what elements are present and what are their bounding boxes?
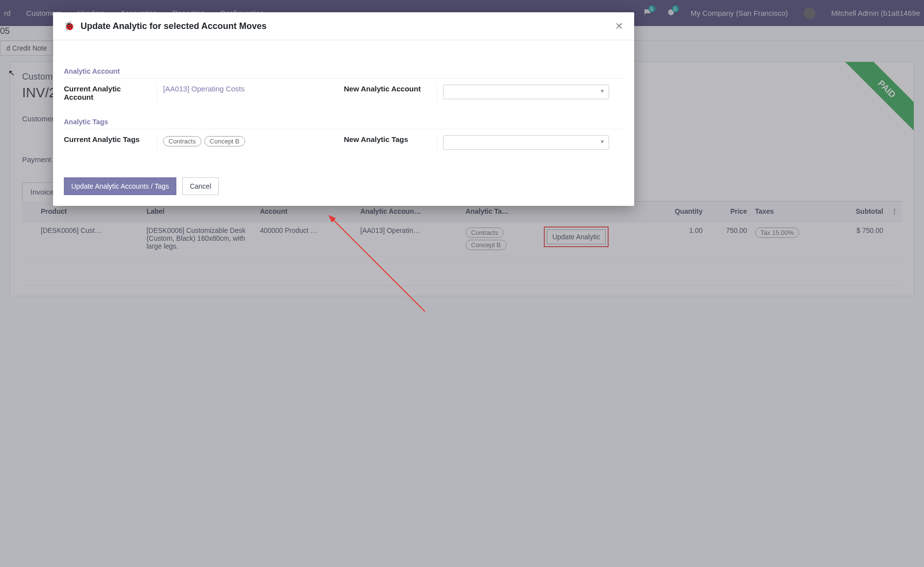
- modal-header: 🐞 Update Analytic for selected Account M…: [53, 12, 634, 40]
- tag-pill: Contracts: [163, 136, 201, 146]
- new-analytic-tags-label: New Analytic Tags: [344, 135, 437, 150]
- bug-icon: 🐞: [64, 21, 75, 31]
- update-analytic-accounts-tags-button[interactable]: Update Analytic Accounts / Tags: [64, 177, 176, 195]
- modal-footer: Update Analytic Accounts / Tags Cancel: [53, 170, 634, 206]
- section-analytic-account: Analytic Account: [64, 67, 623, 79]
- update-analytic-modal: 🐞 Update Analytic for selected Account M…: [53, 12, 634, 206]
- new-analytic-tags-select[interactable]: [443, 135, 609, 150]
- current-analytic-tags-value: Contracts Concept B: [157, 135, 344, 150]
- current-analytic-account-label: Current Analytic Account: [64, 85, 157, 101]
- new-analytic-account-select[interactable]: [443, 85, 609, 99]
- tag-pill: Concept B: [204, 136, 245, 146]
- modal-title: Update Analytic for selected Account Mov…: [81, 21, 267, 31]
- cancel-button[interactable]: Cancel: [182, 177, 219, 195]
- section-analytic-tags: Analytic Tags: [64, 118, 623, 129]
- close-icon[interactable]: ✕: [615, 20, 623, 32]
- current-analytic-tags-label: Current Analytic Tags: [64, 135, 157, 150]
- new-analytic-account-label: New Analytic Account: [344, 85, 437, 101]
- current-analytic-account-value: [AA013] Operating Costs: [157, 85, 344, 101]
